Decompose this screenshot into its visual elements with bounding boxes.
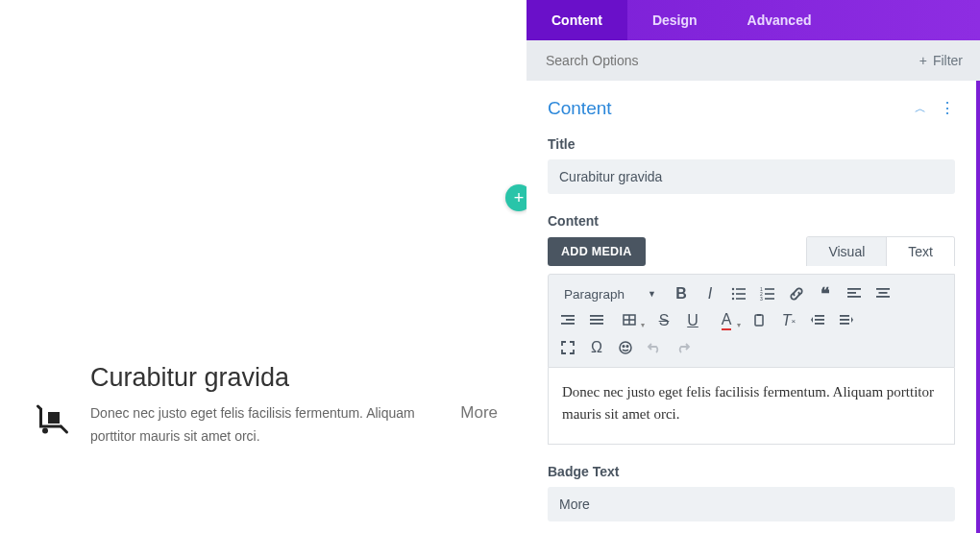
- blurb-text: Donec nec justo eget felis facilisis fer…: [90, 402, 420, 448]
- svg-rect-16: [847, 296, 861, 298]
- search-input[interactable]: [546, 53, 912, 68]
- svg-rect-17: [876, 288, 890, 290]
- svg-rect-5: [736, 293, 746, 295]
- editor-toolbar: Paragraph ▼ B I 123 ❝ S: [548, 274, 955, 368]
- svg-rect-27: [755, 315, 763, 326]
- blurb-body: Curabitur gravida Donec nec justo eget f…: [90, 363, 420, 448]
- blurb-module: Curabitur gravida Donec nec justo eget f…: [37, 363, 498, 448]
- chevron-down-icon: ▼: [648, 289, 656, 299]
- svg-rect-9: [765, 288, 774, 290]
- svg-point-4: [732, 293, 734, 295]
- visual-tab[interactable]: Visual: [807, 237, 886, 266]
- svg-text:3: 3: [760, 296, 763, 302]
- settings-tabs: Content Design Advanced: [527, 0, 980, 40]
- paragraph-dropdown[interactable]: Paragraph ▼: [556, 285, 664, 303]
- align-right-button[interactable]: [556, 310, 579, 331]
- text-color-button[interactable]: A: [710, 310, 743, 331]
- align-left-button[interactable]: [843, 283, 866, 304]
- plus-icon: +: [919, 53, 927, 68]
- preview-pane: + Curabitur gravida Donec nec justo eget…: [0, 0, 527, 533]
- filter-button[interactable]: + Filter: [912, 49, 970, 72]
- text-tab[interactable]: Text: [886, 237, 954, 266]
- blockquote-button[interactable]: ❝: [814, 283, 837, 304]
- svg-rect-14: [847, 288, 861, 290]
- badge-label: Badge Text: [548, 464, 955, 479]
- svg-rect-29: [815, 315, 824, 317]
- svg-rect-28: [757, 314, 761, 316]
- section-actions: ︿ ⋮: [915, 101, 955, 117]
- italic-button[interactable]: I: [698, 283, 722, 304]
- svg-rect-15: [847, 292, 856, 294]
- hand-truck-icon: [37, 403, 71, 438]
- svg-rect-34: [840, 323, 849, 325]
- bold-button[interactable]: B: [670, 283, 693, 304]
- svg-rect-33: [840, 319, 849, 321]
- badge-input[interactable]: [548, 487, 955, 521]
- section-title: Content: [548, 98, 612, 119]
- title-input[interactable]: [548, 159, 955, 194]
- emoji-button[interactable]: [614, 337, 637, 358]
- table-button[interactable]: [614, 310, 647, 331]
- special-char-button[interactable]: Ω: [585, 337, 608, 358]
- svg-rect-31: [815, 323, 824, 325]
- indent-button[interactable]: [835, 310, 858, 331]
- svg-point-36: [623, 346, 625, 348]
- svg-rect-22: [561, 323, 575, 325]
- fullscreen-button[interactable]: [556, 337, 579, 358]
- redo-button[interactable]: [672, 337, 695, 358]
- align-justify-button[interactable]: [585, 310, 608, 331]
- svg-rect-32: [840, 315, 849, 317]
- svg-rect-30: [815, 319, 824, 321]
- badge-field-block: Badge Text: [548, 464, 955, 521]
- svg-rect-19: [876, 296, 890, 298]
- svg-rect-11: [765, 293, 774, 295]
- tab-design[interactable]: Design: [627, 0, 723, 40]
- clear-format-button[interactable]: T×: [777, 310, 800, 331]
- settings-pane: Content Design Advanced + Filter Content…: [527, 0, 980, 533]
- title-field-block: Title: [548, 136, 955, 194]
- svg-point-1: [42, 428, 48, 434]
- align-center-button[interactable]: [871, 283, 894, 304]
- tab-advanced[interactable]: Advanced: [723, 0, 837, 40]
- svg-point-35: [620, 342, 631, 353]
- title-label: Title: [548, 136, 955, 152]
- blurb-title: Curabitur gravida: [90, 363, 420, 393]
- content-label: Content: [548, 213, 955, 229]
- svg-rect-20: [561, 315, 575, 317]
- paragraph-dd-label: Paragraph: [564, 287, 625, 302]
- svg-point-2: [732, 288, 734, 290]
- chevron-up-icon[interactable]: ︿: [915, 101, 926, 117]
- svg-point-37: [626, 346, 628, 348]
- content-panel: Content ︿ ⋮ Title Content ADD MEDIA Visu…: [527, 81, 980, 533]
- svg-rect-7: [736, 298, 746, 300]
- outdent-button[interactable]: [806, 310, 829, 331]
- svg-rect-0: [48, 412, 60, 424]
- undo-button[interactable]: [643, 337, 666, 358]
- section-header[interactable]: Content ︿ ⋮: [548, 98, 955, 119]
- paste-button[interactable]: [748, 310, 772, 331]
- bulleted-list-button[interactable]: [727, 283, 750, 304]
- content-field-block: Content ADD MEDIA Visual Text Paragraph …: [548, 213, 955, 445]
- editor-mode-tabs: Visual Text: [806, 236, 955, 266]
- link-button[interactable]: [785, 283, 808, 304]
- svg-rect-3: [736, 288, 746, 290]
- search-bar: + Filter: [527, 40, 980, 81]
- content-editor[interactable]: Donec nec justo eget felis facilisis fer…: [548, 368, 955, 445]
- tab-content[interactable]: Content: [527, 0, 627, 40]
- svg-rect-21: [566, 319, 575, 321]
- filter-label: Filter: [933, 53, 963, 68]
- svg-point-6: [732, 298, 734, 300]
- svg-rect-24: [590, 319, 603, 321]
- add-media-button[interactable]: ADD MEDIA: [548, 237, 646, 266]
- svg-rect-23: [590, 315, 603, 317]
- editor-top-row: ADD MEDIA Visual Text: [548, 236, 955, 266]
- strikethrough-button[interactable]: S: [652, 310, 675, 331]
- numbered-list-button[interactable]: 123: [756, 283, 779, 304]
- more-dots-icon[interactable]: ⋮: [940, 101, 955, 116]
- underline-button[interactable]: U: [681, 310, 704, 331]
- svg-rect-25: [590, 323, 603, 325]
- svg-rect-18: [879, 292, 888, 294]
- svg-rect-13: [765, 298, 774, 300]
- blurb-more-link[interactable]: More: [460, 403, 498, 423]
